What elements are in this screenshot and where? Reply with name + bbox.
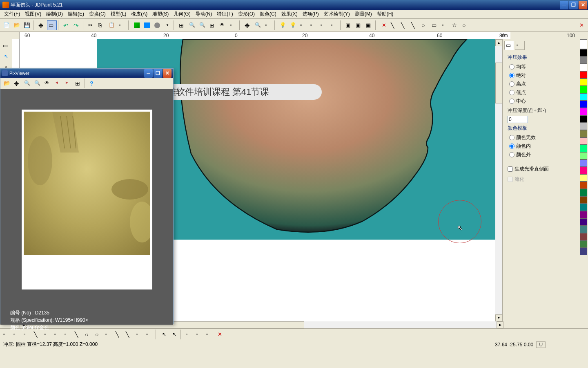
menu-deform[interactable]: 变形(O) — [236, 10, 257, 18]
rotate-button[interactable] — [253, 20, 263, 30]
arc-button[interactable] — [420, 20, 430, 30]
cursor-button[interactable] — [37, 20, 47, 30]
radio-center[interactable] — [509, 99, 514, 104]
bt-17[interactable]: ↖ — [169, 330, 179, 339]
panel-tab-2[interactable] — [515, 41, 525, 50]
pixviewer-window[interactable]: PixViewer ─ ❐ ✕ — [0, 68, 174, 324]
color-button[interactable] — [142, 20, 152, 30]
cut-button[interactable] — [87, 20, 96, 30]
pix-open-button[interactable] — [2, 79, 12, 88]
material-button[interactable] — [132, 20, 142, 30]
poly-button[interactable] — [440, 20, 450, 30]
orbit-button[interactable] — [263, 20, 273, 30]
depth-input[interactable] — [508, 116, 528, 123]
pix-zoomin-button[interactable] — [22, 79, 32, 88]
pix-maximize-button[interactable]: ❐ — [154, 69, 162, 78]
color-swatch[interactable] — [580, 174, 587, 182]
color-swatch[interactable] — [580, 64, 587, 71]
redo-button[interactable] — [72, 20, 82, 30]
menu-art[interactable]: 艺术绘制(Y) — [321, 10, 352, 18]
color-swatch[interactable] — [580, 86, 587, 93]
color-swatch[interactable] — [580, 56, 587, 64]
menu-view[interactable]: 视图(V) — [22, 10, 44, 18]
zoom-sel-button[interactable] — [208, 20, 218, 30]
radio-color-in[interactable] — [509, 144, 514, 149]
color-swatch[interactable] — [580, 101, 587, 108]
light5-button[interactable] — [319, 20, 329, 30]
checkbox-smooth[interactable] — [508, 166, 513, 172]
menu-color[interactable]: 颜色(C) — [257, 10, 279, 18]
menu-measure[interactable]: 测量(M) — [352, 10, 374, 18]
lt-select[interactable] — [1, 41, 11, 51]
dropdown-button[interactable]: ▼ — [163, 20, 172, 30]
pix-zoomout-button[interactable] — [33, 79, 42, 88]
shape-del-button[interactable]: ✕ — [379, 20, 389, 30]
lt-arrow[interactable]: ↖ — [1, 52, 11, 61]
light2-button[interactable] — [288, 20, 298, 30]
color-swatch[interactable] — [580, 189, 587, 196]
color-swatch[interactable] — [580, 211, 587, 218]
menu-draw[interactable]: 绘制(D) — [44, 10, 65, 18]
radio-color-none[interactable] — [509, 135, 514, 140]
pix-minimize-button[interactable]: ─ — [144, 69, 153, 78]
grid-button[interactable] — [364, 20, 374, 30]
star-button[interactable] — [450, 20, 460, 30]
panel-tab-1[interactable] — [504, 41, 514, 50]
color-swatch[interactable] — [580, 145, 587, 152]
color-swatch[interactable] — [580, 204, 587, 211]
color-swatch[interactable] — [580, 182, 587, 189]
zoom-out-button[interactable] — [198, 20, 207, 30]
menu-option[interactable]: 选项(P) — [300, 10, 321, 18]
menu-guide[interactable]: 导动(N) — [193, 10, 215, 18]
undo-button[interactable] — [62, 20, 71, 30]
copy-button[interactable] — [97, 20, 107, 30]
light3-button[interactable] — [298, 20, 308, 30]
scroll-down-button[interactable]: ▼ — [495, 314, 502, 321]
color-swatch[interactable] — [580, 152, 587, 159]
bt-20[interactable] — [205, 330, 214, 339]
color-swatch[interactable] — [580, 167, 587, 174]
menu-edit[interactable]: 编辑(E) — [65, 10, 87, 18]
color-swatch[interactable] — [580, 233, 587, 240]
light6-button[interactable] — [329, 20, 339, 30]
refresh-button[interactable] — [228, 20, 238, 30]
pix-next-button[interactable] — [63, 79, 73, 88]
color-swatch[interactable] — [580, 93, 587, 101]
pix-move-button[interactable] — [12, 79, 22, 88]
menu-eraser[interactable]: 橡皮(A) — [129, 10, 150, 18]
color-indicator[interactable] — [580, 39, 587, 49]
minimize-button[interactable]: ─ — [560, 1, 568, 9]
layers-button[interactable] — [354, 20, 364, 30]
light1-button[interactable] — [278, 20, 288, 30]
menu-sculpt[interactable]: 雕塑(S) — [150, 10, 171, 18]
color-swatch[interactable] — [580, 71, 587, 79]
light4-button[interactable] — [309, 20, 318, 30]
menu-geom[interactable]: 几何(G) — [171, 10, 193, 18]
bt-del[interactable]: ✕ — [215, 330, 225, 339]
paste-button[interactable] — [107, 20, 117, 30]
radio-absolute[interactable] — [509, 73, 514, 78]
rect-button[interactable] — [430, 20, 440, 30]
color-swatch[interactable] — [580, 130, 587, 137]
status-mode-button[interactable]: U — [536, 341, 546, 348]
color-swatch[interactable] — [580, 137, 587, 145]
pix-close-button[interactable]: ✕ — [163, 69, 172, 78]
color-swatch[interactable] — [580, 196, 587, 204]
pixviewer-titlebar[interactable]: PixViewer ─ ❐ ✕ — [0, 69, 173, 78]
menu-transform[interactable]: 变换(C) — [87, 10, 108, 18]
menu-model[interactable]: 模型(L) — [108, 10, 129, 18]
pix-fit-button[interactable] — [74, 79, 83, 88]
pix-eye-button[interactable] — [43, 79, 53, 88]
color-swatch[interactable] — [580, 226, 587, 233]
pan-button[interactable] — [243, 20, 253, 30]
zoom-in-button[interactable] — [187, 20, 197, 30]
menu-feature[interactable]: 特征(T) — [214, 10, 235, 18]
color-swatch[interactable] — [580, 159, 587, 167]
open-button[interactable] — [12, 20, 22, 30]
radio-color-out[interactable] — [509, 152, 514, 157]
toolbar-close-button[interactable]: ✕ — [577, 20, 586, 30]
new-button[interactable] — [2, 20, 11, 30]
radio-equal[interactable] — [509, 64, 514, 70]
scroll-thumb[interactable] — [495, 63, 502, 103]
menu-help[interactable]: 帮助(H) — [374, 10, 396, 18]
